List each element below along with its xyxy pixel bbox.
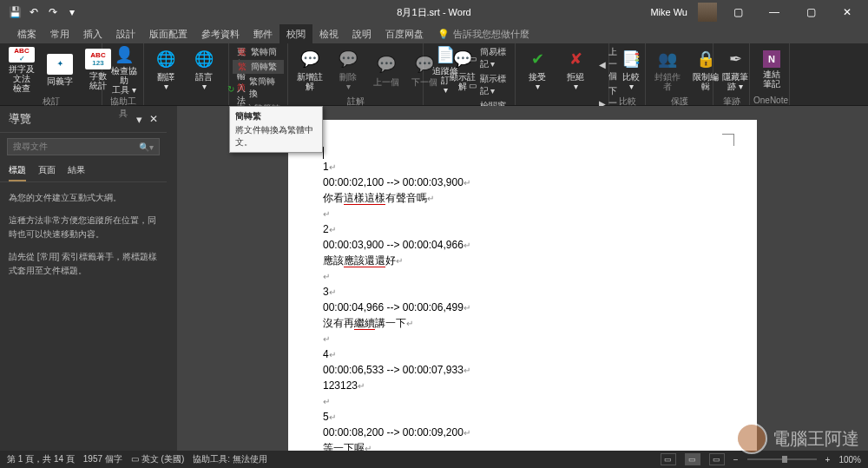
zoom-out-button[interactable]: − [733,455,739,465]
save-icon[interactable]: 💾 [7,4,23,20]
track-icon: 📄 [432,45,458,64]
group-accessibility-label: 協助工具 [106,94,140,122]
nav-tab-pages[interactable]: 頁面 [38,161,56,181]
tab-help[interactable]: 說明 [345,24,378,43]
markup-display-dropdown[interactable]: ▭簡易標記 ▾ [465,45,511,71]
accept-icon: ✔ [524,48,550,70]
document-area[interactable]: 1↵00:00:02,100 --> 00:00:03,900↵你看這樣這樣有聲… [177,106,868,451]
user-name[interactable]: Mike Wu [650,7,687,17]
tab-baidu[interactable]: 百度网盘 [378,24,431,43]
block-authors-button[interactable]: 👥封鎖作者 [649,45,686,94]
document-line[interactable]: 00:00:02,100 --> 00:00:03,900↵ [323,175,722,190]
document-line[interactable]: 123123↵ [323,378,722,393]
avatar[interactable] [698,3,717,22]
simp-trad-icon: 繁 [236,61,248,73]
status-words[interactable]: 1957 個字 [83,453,122,465]
menu-bar: 檔案 常用 插入 設計 版面配置 參考資料 郵件 校閱 檢視 說明 百度网盘 💡… [0,24,868,43]
view-web-button[interactable]: ▭ [709,453,725,465]
nav-search-input[interactable]: 搜尋文件 🔍▾ [7,138,160,155]
trad-to-simp-button[interactable]: 繁繁轉簡 [233,45,284,59]
tab-design[interactable]: 設計 [109,24,142,43]
redo-icon[interactable]: ↷ [45,4,61,20]
simp-to-trad-button[interactable]: 繁簡轉繁 [233,60,284,74]
abc-check-icon: ABC✓ [9,47,35,63]
qat-customize-icon[interactable]: ▾ [64,4,80,20]
translate-icon: 🌐 [153,48,179,70]
text-cursor [323,147,324,159]
status-accessibility[interactable]: 協助工具: 無法使用 [193,453,267,465]
spelling-button[interactable]: ABC✓拼字及文法檢查 [3,45,40,94]
trad-simp-convert-button[interactable]: 简繁簡轉換 [233,75,284,101]
document-line[interactable]: ↵ [323,393,722,409]
document-line[interactable]: 00:00:08,200 --> 00:00:09,200↵ [323,425,722,440]
nav-tab-headings[interactable]: 標題 [9,161,26,181]
zoom-in-button[interactable]: + [825,455,831,465]
document-line[interactable]: 應該應該還還好↵ [323,253,722,268]
tab-review[interactable]: 校閱 [279,24,312,43]
status-page[interactable]: 第 1 頁，共 14 頁 [7,453,75,465]
status-language[interactable]: ▭英文 (美國) [131,453,184,465]
convert-icon: 简 [236,82,247,94]
nav-body: 為您的文件建立互動式大綱。 這種方法非常方便您追蹤所在位置，同時也可以快速移動內… [0,182,167,295]
new-comment-button[interactable]: 💬新增註解 [292,45,328,94]
nav-tab-results[interactable]: 結果 [68,161,85,181]
group-proofing-label: 校訂 [3,94,98,109]
document-line[interactable]: 沒有再繼續講一下↵ [323,315,722,331]
undo-icon[interactable]: ↶ [26,4,42,20]
tab-layout[interactable]: 版面配置 [142,24,194,43]
document-line[interactable]: 等一下喔↵ [323,440,722,451]
document-line[interactable]: 00:00:03,900 --> 00:00:04,966↵ [323,237,722,253]
minimize-button[interactable]: — [759,1,790,23]
translate-button[interactable]: 🌐翻譯▾ [148,45,184,94]
accessibility-button[interactable]: 👤檢查協助工具 ▾ [106,45,142,94]
document-line[interactable]: 5↵ [323,409,722,425]
hide-ink-button[interactable]: ✒隱藏筆跡 ▾ [717,45,753,94]
pane-drag-handle[interactable] [167,106,177,451]
onenote-icon: N [763,50,780,68]
onenote-button[interactable]: N連結筆記 [753,45,790,94]
thesaurus-icon: ✦ [47,54,73,75]
accept-button[interactable]: ✔接受▾ [519,45,556,94]
prev-comment-button[interactable]: 💬上一個 [368,45,404,94]
delete-comment-button[interactable]: 💬刪除▾ [330,45,366,94]
tab-insert[interactable]: 插入 [76,24,109,43]
document-line[interactable]: 00:00:06,533 --> 00:00:07,933↵ [323,362,722,378]
ribbon-options-icon[interactable]: ▢ [722,1,753,23]
zoom-slider[interactable] [747,458,817,460]
tab-file[interactable]: 檔案 [10,24,43,43]
view-print-button[interactable]: ▭ [685,453,700,465]
language-icon: 🌐 [191,48,217,70]
tab-references[interactable]: 參考資料 [194,24,247,43]
document-line[interactable]: 你看這樣這樣有聲音嗎↵ [323,190,722,206]
document-line[interactable]: 00:00:04,966 --> 00:00:06,499↵ [323,300,722,315]
document-line[interactable]: 4↵ [323,346,722,362]
tab-home[interactable]: 常用 [43,24,76,43]
tell-me-search[interactable]: 💡告訴我您想做什麼 [437,24,529,43]
thesaurus-button[interactable]: ✦同義字 [42,45,78,94]
close-button[interactable]: ✕ [832,1,863,23]
document-line[interactable]: 1↵ [323,159,722,175]
title-bar: 💾 ↶ ↷ ▾ 8月1日.srt - Word Mike Wu ▢ — ▢ ✕ [0,0,868,24]
show-markup-dropdown[interactable]: ▭顯示標記 ▾ [465,72,511,98]
compare-button[interactable]: 📑比較▾ [613,45,649,94]
document-line[interactable]: ↵ [323,331,722,346]
view-read-button[interactable]: ▭ [661,453,676,465]
tab-view[interactable]: 檢視 [312,24,345,43]
reject-button[interactable]: ✘拒絕▾ [557,45,594,94]
document-line[interactable]: 3↵ [323,284,722,300]
document-page[interactable]: 1↵00:00:02,100 --> 00:00:03,900↵你看這樣這樣有聲… [288,120,757,451]
reject-icon: ✘ [562,48,589,70]
maximize-button[interactable]: ▢ [795,1,826,23]
document-line[interactable]: ↵ [323,206,722,221]
nav-title: 導覽 [9,111,31,127]
document-line[interactable]: ↵ [323,268,722,284]
zoom-level[interactable]: 100% [838,455,861,465]
window-title: 8月1日.srt - Word [397,6,470,19]
ribbon: ABC✓拼字及文法檢查 ✦同義字 ABC123字數統計 校訂 👤檢查協助工具 ▾… [0,43,868,106]
tab-mailings[interactable]: 郵件 [247,24,279,43]
language-button[interactable]: 🌐語言▾ [186,45,222,94]
status-bar: 第 1 頁，共 14 頁 1957 個字 ▭英文 (美國) 協助工具: 無法使用… [0,451,868,468]
document-line[interactable]: 2↵ [323,221,722,237]
track-changes-button[interactable]: 📄追蹤修訂▾ [427,45,464,94]
trad-simp-icon: 繁 [236,46,248,58]
